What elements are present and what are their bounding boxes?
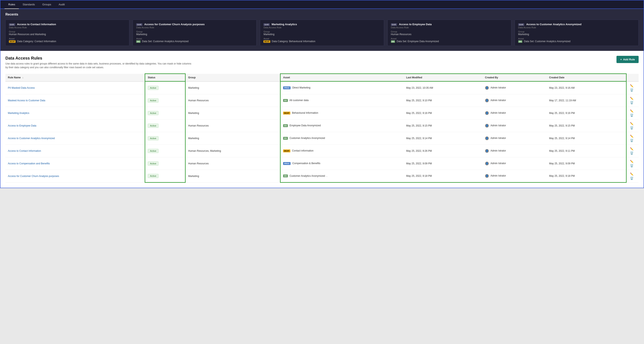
asset-value: Data Set: Customer Analytics Anonymized bbox=[524, 40, 570, 43]
asset-value: Data Category: Contact Information bbox=[17, 40, 56, 43]
delete-button[interactable]: 🗑️ bbox=[629, 176, 634, 180]
recent-card-5[interactable]: DAR Access to Customer Analytics Anonymi… bbox=[515, 20, 638, 46]
card-subtitle: Data Access Rule bbox=[518, 26, 635, 29]
group-value: Human Resources bbox=[391, 33, 508, 36]
cell-group: Marketing bbox=[186, 132, 280, 144]
asset-value: Data Set: Customer Analytics Anonymized bbox=[142, 40, 188, 43]
table-row: Access to Employee Data Active Human Res… bbox=[6, 119, 638, 132]
cell-group: Human Resources bbox=[186, 94, 280, 107]
cell-status: Active bbox=[145, 170, 186, 182]
tab-groups[interactable]: Groups bbox=[39, 0, 55, 9]
edit-button[interactable]: ✏️ bbox=[629, 84, 634, 88]
delete-button[interactable]: 🗑️ bbox=[629, 164, 634, 168]
cell-created-date: May 25, 2022, 9:09 PM bbox=[546, 157, 626, 170]
cell-rule-name[interactable]: Masked Access to Customer Data bbox=[6, 94, 145, 107]
edit-button[interactable]: ✏️ bbox=[629, 172, 634, 176]
asset-type-badge: DS bbox=[283, 174, 288, 177]
data-access-rules-table: Rule Name ↓ Status Group Asset Last Modi… bbox=[6, 73, 638, 183]
cell-last-modified: May 25, 2022, 9:14 PM bbox=[404, 132, 482, 144]
user-icon: 👤 bbox=[485, 162, 489, 165]
edit-button[interactable]: ✏️ bbox=[629, 134, 634, 138]
tab-audit[interactable]: Audit bbox=[55, 0, 68, 9]
delete-button[interactable]: 🗑️ bbox=[629, 138, 634, 142]
cell-rule-name[interactable]: Access to Compensation and Benefits bbox=[6, 157, 145, 170]
cell-created-by: 👤 Admin Istrator bbox=[482, 81, 547, 94]
cell-asset: PROC Compensation & Benefits bbox=[280, 157, 404, 170]
delete-button[interactable]: 🗑️ bbox=[629, 100, 634, 105]
cell-rule-name[interactable]: Access to Customer Analytics Anonymized bbox=[6, 132, 145, 144]
card-title: Access to Customer Analytics Anonymized bbox=[526, 23, 582, 26]
cell-asset: PROC Direct Marketing bbox=[280, 81, 404, 94]
recent-card-3[interactable]: DAR Marketing Analytics Data Access Rule… bbox=[260, 20, 384, 46]
table-row: Access to Contact Information Active Hum… bbox=[6, 144, 638, 157]
cell-created-date: May 25, 2022, 9:11 PM bbox=[546, 144, 626, 157]
status-badge: Active bbox=[148, 161, 158, 166]
cell-rule-name[interactable]: PII Masked Data Access bbox=[6, 81, 145, 94]
recent-card-2[interactable]: DAR Access for Customer Churn Analysis p… bbox=[133, 20, 256, 46]
group-label: Group bbox=[518, 30, 635, 33]
status-badge: Active bbox=[148, 98, 158, 102]
cell-asset: DCAT Behavioural Information bbox=[280, 107, 404, 119]
asset-label: Asset bbox=[264, 37, 380, 40]
edit-button[interactable]: ✏️ bbox=[629, 122, 634, 126]
card-title: Marketing Analytics bbox=[272, 23, 297, 26]
asset-badge: DCAT bbox=[264, 40, 270, 43]
card-title: Access for Customer Churn Analysis purpo… bbox=[144, 23, 204, 26]
top-navigation: Rules Standards Groups Audit bbox=[0, 0, 644, 9]
col-header-rule-name[interactable]: Rule Name ↓ bbox=[6, 74, 145, 81]
cell-status: Active bbox=[145, 94, 186, 107]
cell-asset: DCAT Contact information bbox=[280, 144, 404, 157]
cell-group: Marketing bbox=[186, 81, 280, 94]
table-row: Masked Access to Customer Data Active Hu… bbox=[6, 94, 638, 107]
delete-button[interactable]: 🗑️ bbox=[629, 88, 634, 92]
recent-card-1[interactable]: DAR Access to Contact Information Data A… bbox=[6, 20, 129, 46]
cell-actions: ✏️ 🗑️ bbox=[626, 170, 638, 182]
card-badge: DAR bbox=[264, 23, 270, 26]
delete-button[interactable]: 🗑️ bbox=[629, 113, 634, 117]
cell-actions: ✏️ 🗑️ bbox=[626, 107, 638, 119]
delete-button[interactable]: 🗑️ bbox=[629, 151, 634, 155]
tab-standards[interactable]: Standards bbox=[19, 0, 38, 9]
card-badge: DAR bbox=[518, 23, 524, 26]
sort-icon: ↓ bbox=[22, 76, 24, 79]
edit-button[interactable]: ✏️ bbox=[629, 159, 634, 164]
edit-button[interactable]: ✏️ bbox=[629, 96, 634, 100]
main-content: Data Access Rules Use data access rules … bbox=[0, 51, 644, 188]
add-rule-label: Add Rule bbox=[623, 58, 635, 61]
cell-rule-name[interactable]: Access to Contact Information bbox=[6, 144, 145, 157]
card-title: Access to Employee Data bbox=[399, 23, 432, 26]
recent-card-4[interactable]: DAR Access to Employee Data Data Access … bbox=[388, 20, 511, 46]
cell-rule-name[interactable]: Access to Employee Data bbox=[6, 119, 145, 132]
status-badge: Active bbox=[148, 124, 158, 128]
table-row: Marketing Analytics Active Marketing DCA… bbox=[6, 107, 638, 119]
status-badge: Active bbox=[148, 149, 158, 153]
page-description: Use data access rules to grant groups di… bbox=[6, 62, 192, 69]
group-value: Human Resources and Marketing bbox=[9, 33, 126, 36]
edit-button[interactable]: ✏️ bbox=[629, 147, 634, 151]
col-header-actions bbox=[626, 74, 638, 81]
cell-rule-name[interactable]: Access for Customer Churn Analysis purpo… bbox=[6, 170, 145, 182]
table-row: Access for Customer Churn Analysis purpo… bbox=[6, 170, 638, 182]
cell-group: Human Resources bbox=[186, 119, 280, 132]
cell-last-modified: May 25, 2022, 9:18 PM bbox=[404, 170, 482, 182]
asset-badge: DCAT bbox=[9, 40, 16, 43]
cell-created-date: May 25, 2022, 9:16 PM bbox=[546, 107, 626, 119]
col-header-last-modified: Last Modified bbox=[404, 74, 482, 81]
cell-rule-name[interactable]: Marketing Analytics bbox=[6, 107, 145, 119]
group-label: Group bbox=[9, 30, 126, 33]
ellipsis: ... bbox=[325, 174, 328, 177]
add-rule-button[interactable]: + Add Rule bbox=[616, 56, 638, 63]
table-row: Access to Customer Analytics Anonymized … bbox=[6, 132, 638, 144]
cell-asset: DS Employee Data Anonymized bbox=[280, 119, 404, 132]
tab-rules[interactable]: Rules bbox=[4, 0, 19, 9]
user-icon: 👤 bbox=[485, 149, 489, 153]
delete-button[interactable]: 🗑️ bbox=[629, 126, 634, 130]
asset-badge: DS bbox=[391, 40, 395, 43]
cell-created-by: 👤 Admin Istrator bbox=[482, 94, 547, 107]
asset-label: Asset bbox=[518, 37, 635, 40]
group-value: Marketing bbox=[136, 33, 253, 36]
edit-button[interactable]: ✏️ bbox=[629, 109, 634, 113]
table-row: Access to Compensation and Benefits Acti… bbox=[6, 157, 638, 170]
asset-name: Direct Marketing bbox=[292, 86, 310, 89]
asset-label: Asset bbox=[9, 37, 126, 40]
